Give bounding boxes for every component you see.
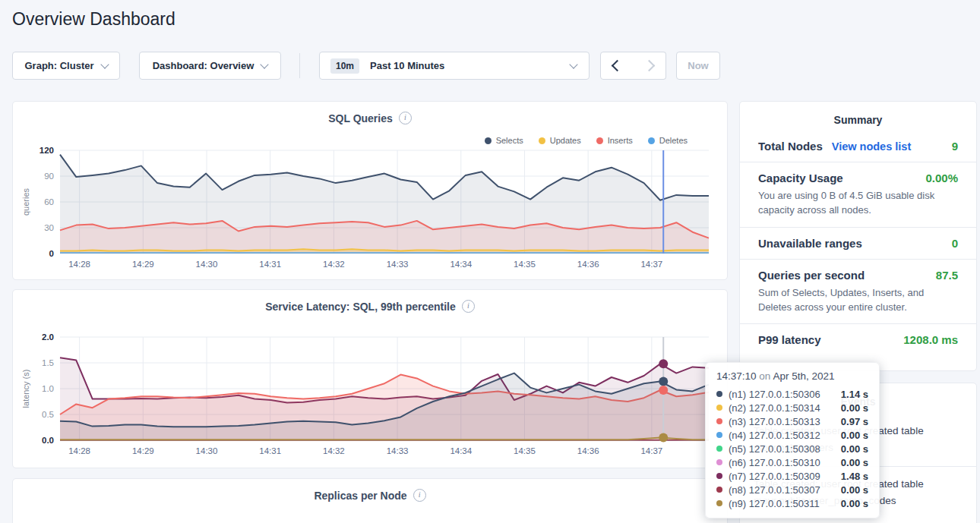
legend-dot-icon: [648, 137, 655, 144]
svg-text:14:34: 14:34: [450, 260, 472, 269]
time-next-button[interactable]: [633, 52, 666, 80]
replicas-per-node-title: Replicas per Node: [314, 490, 406, 502]
node-color-dot-icon: [716, 432, 722, 438]
service-latency-chart[interactable]: 0.00.51.01.52.014:2814:2914:3014:3114:32…: [19, 332, 722, 460]
svg-text:90: 90: [44, 172, 54, 181]
svg-text:0.0: 0.0: [42, 436, 54, 445]
svg-text:60: 60: [44, 197, 54, 206]
node-latency-value: 0.00 s: [841, 430, 868, 441]
controls-divider: [299, 53, 300, 78]
tooltip-node-row: (n9) 127.0.0.1:503110.00 s: [716, 496, 868, 510]
sql-queries-panel: SQL Queries SelectsUpdatesInsertsDeletes…: [12, 101, 728, 280]
legend-item-deletes[interactable]: Deletes: [648, 136, 688, 145]
svg-text:1.5: 1.5: [42, 358, 54, 367]
info-icon[interactable]: [413, 489, 426, 502]
svg-text:14:36: 14:36: [577, 260, 599, 269]
summary-panel: Summary Total NodesView nodes list9Capac…: [739, 101, 977, 371]
chevron-right-icon: [643, 60, 656, 72]
summary-title: Summary: [740, 102, 976, 126]
now-button[interactable]: Now: [676, 52, 720, 80]
node-color-dot-icon: [716, 487, 722, 493]
node-latency-value: 1.48 s: [841, 471, 868, 482]
tooltip-node-row: (n7) 127.0.0.1:503091.48 s: [716, 469, 868, 483]
summary-subtext: You are using 0 B of 4.5 GiB usable disk…: [758, 189, 958, 218]
svg-text:14:32: 14:32: [323, 446, 345, 455]
svg-text:14:29: 14:29: [132, 260, 154, 269]
svg-text:14:30: 14:30: [196, 446, 218, 455]
node-address: (n7) 127.0.0.1:50309: [729, 471, 820, 482]
svg-text:14:28: 14:28: [68, 446, 90, 455]
node-color-dot-icon: [716, 418, 722, 424]
node-address: (n2) 127.0.0.1:50314: [729, 402, 820, 414]
svg-text:14:34: 14:34: [450, 446, 472, 455]
svg-text:1.0: 1.0: [42, 384, 54, 393]
svg-text:14:28: 14:28: [68, 260, 90, 269]
summary-row: Queries per second87.5Sum of Selects, Up…: [740, 259, 976, 324]
node-color-dot-icon: [716, 391, 722, 397]
tooltip-node-row: (n5) 127.0.0.1:503080.00 s: [716, 442, 868, 455]
node-latency-value: 1.14 s: [841, 389, 868, 400]
summary-value: 0: [952, 237, 958, 250]
svg-text:0.5: 0.5: [42, 410, 54, 419]
dashboard-dropdown[interactable]: Dashboard: Overview: [139, 52, 281, 80]
svg-text:14:31: 14:31: [259, 446, 281, 455]
chevron-down-icon: [261, 60, 269, 68]
summary-label: Total Nodes: [758, 140, 823, 153]
info-icon[interactable]: [399, 112, 412, 124]
node-address: (n4) 127.0.0.1:50312: [729, 430, 820, 441]
node-address: (n9) 127.0.0.1:50311: [729, 498, 820, 509]
svg-text:latency (s): latency (s): [21, 370, 30, 408]
legend-dot-icon: [596, 137, 603, 144]
now-button-label: Now: [688, 60, 708, 71]
legend-label: Inserts: [608, 136, 633, 145]
summary-row: Total NodesView nodes list9: [740, 131, 976, 162]
graph-dropdown[interactable]: Graph: Cluster: [12, 52, 120, 80]
tooltip-node-row: (n4) 127.0.0.1:503120.00 s: [716, 428, 868, 442]
legend-label: Deletes: [659, 136, 688, 145]
page-title: Overview Dashboard: [12, 9, 175, 30]
tooltip-node-row: (n2) 127.0.0.1:503140.00 s: [716, 401, 868, 414]
svg-text:14:35: 14:35: [514, 446, 536, 455]
summary-label: P99 latency: [758, 333, 821, 346]
svg-text:14:30: 14:30: [196, 260, 218, 269]
svg-text:14:37: 14:37: [640, 446, 662, 455]
svg-text:30: 30: [44, 223, 54, 232]
summary-row: Capacity Usage0.00%You are using 0 B of …: [740, 162, 976, 227]
legend-item-inserts[interactable]: Inserts: [596, 136, 633, 145]
summary-label: Queries per second: [758, 269, 865, 282]
summary-link[interactable]: View nodes list: [832, 140, 912, 153]
chart-tooltip: 14:37:10 on Apr 5th, 2021 (n1) 127.0.0.1…: [705, 362, 880, 518]
legend-dot-icon: [539, 137, 545, 144]
summary-label: Capacity Usage: [758, 172, 843, 184]
legend-item-selects[interactable]: Selects: [485, 136, 523, 145]
sql-queries-chart[interactable]: 030609012014:2814:2914:3014:3114:3214:33…: [19, 146, 722, 273]
time-range-dropdown[interactable]: 10m Past 10 Minutes: [319, 52, 590, 80]
replicas-per-node-panel: Replicas per Node: [12, 478, 728, 523]
legend-dot-icon: [485, 137, 492, 144]
node-color-dot-icon: [716, 473, 722, 479]
tooltip-node-row: (n8) 127.0.0.1:503070.00 s: [716, 483, 868, 496]
chevron-left-icon: [611, 60, 623, 72]
node-address: (n1) 127.0.0.1:50306: [729, 389, 820, 400]
time-prev-button[interactable]: [600, 52, 634, 80]
svg-text:queries: queries: [21, 187, 30, 216]
tooltip-node-row: (n1) 127.0.0.1:503061.14 s: [716, 387, 868, 401]
summary-value: 1208.0 ms: [903, 333, 958, 346]
svg-text:14:32: 14:32: [323, 260, 345, 269]
svg-text:14:31: 14:31: [259, 260, 281, 269]
svg-text:2.0: 2.0: [42, 332, 54, 342]
svg-text:14:35: 14:35: [514, 260, 536, 269]
node-latency-value: 0.00 s: [841, 402, 868, 414]
time-range-badge: 10m: [330, 58, 359, 74]
sql-queries-title: SQL Queries: [328, 112, 393, 124]
svg-text:120: 120: [40, 146, 54, 155]
svg-text:14:37: 14:37: [640, 260, 662, 269]
info-icon[interactable]: [462, 300, 475, 313]
svg-text:14:33: 14:33: [387, 260, 409, 269]
node-color-dot-icon: [716, 405, 722, 411]
summary-row: P99 latency1208.0 ms: [740, 323, 976, 355]
summary-value: 0.00%: [925, 172, 958, 184]
node-color-dot-icon: [716, 446, 722, 452]
legend-item-updates[interactable]: Updates: [539, 136, 581, 145]
node-color-dot-icon: [716, 500, 722, 506]
